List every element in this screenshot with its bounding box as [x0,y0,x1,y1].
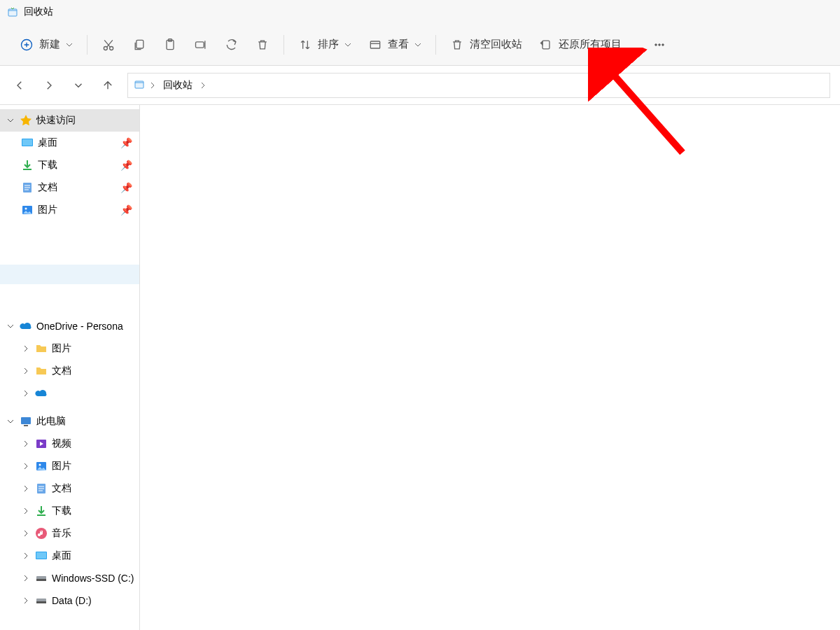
svg-rect-8 [370,41,379,48]
sidebar-item-onedrive-pictures[interactable]: 图片 [0,337,139,360]
svg-rect-27 [36,552,46,559]
recycle-bin-icon [7,6,18,18]
back-button[interactable] [10,76,29,95]
sidebar-item-drive-c[interactable]: Windows-SSD (C:) [0,567,139,589]
sidebar-item-videos[interactable]: 视频 [0,433,139,455]
sidebar-item-quick-access[interactable]: 快速访问 [0,109,139,132]
chevron-down-icon [414,38,421,50]
sidebar: 快速访问 桌面 📌 下载 📌 文档 📌 图片 📌 OneDrive - Pe [0,105,140,630]
svg-rect-31 [36,601,46,603]
sidebar-item-blank[interactable] [0,265,139,284]
forward-button[interactable] [39,76,59,95]
sidebar-label: 快速访问 [36,114,76,127]
view-button[interactable]: 查看 [360,31,430,59]
sidebar-label: 文档 [52,365,71,377]
paste-button[interactable] [155,31,186,59]
breadcrumb-label: 回收站 [163,79,192,92]
chevron-down-icon [6,117,15,124]
restore-all-button[interactable]: 还原所有项目 [531,31,630,59]
sidebar-item-documents[interactable]: 文档 📌 [0,176,139,199]
desktop-icon [21,136,34,149]
sidebar-item-desktop[interactable]: 桌面 📌 [0,132,139,154]
chevron-right-icon [21,575,31,582]
sidebar-item-pc-documents[interactable]: 文档 [0,477,139,500]
history-dropdown-button[interactable] [69,76,88,95]
sidebar-label: 图片 [38,204,57,216]
sidebar-label: OneDrive - Persona [36,321,123,332]
sidebar-label: 下载 [38,159,57,172]
sidebar-label: 视频 [52,438,71,450]
cut-button[interactable] [93,31,124,59]
chevron-right-icon [200,80,206,91]
rename-button[interactable] [186,31,216,59]
chevron-down-icon [6,418,15,425]
svg-rect-29 [36,579,46,581]
pin-icon: 📌 [120,137,132,148]
folder-icon [35,365,48,377]
chevron-right-icon [21,345,31,352]
monitor-icon [20,415,32,428]
chevron-right-icon [21,440,31,447]
sidebar-item-pc-desktop[interactable]: 桌面 [0,545,139,567]
sidebar-label: 桌面 [52,550,71,562]
svg-point-18 [25,208,27,210]
sidebar-item-drive-d[interactable]: Data (D:) [0,589,139,612]
titlebar: 回收站 [0,0,840,24]
chevron-right-icon [21,390,31,397]
sidebar-label: 文档 [38,181,57,194]
content-area[interactable] [140,105,840,630]
up-button[interactable] [98,76,118,95]
star-icon [20,114,32,127]
sidebar-item-music[interactable]: 音乐 [0,522,139,545]
video-icon [35,438,48,450]
empty-recycle-bin-button[interactable]: 清空回收站 [442,31,531,59]
sidebar-label: 此电脑 [36,415,66,428]
sidebar-item-downloads[interactable]: 下载 📌 [0,154,139,176]
sidebar-item-pc-downloads[interactable]: 下载 [0,500,139,522]
separator [435,35,436,55]
sidebar-item-onedrive[interactable]: OneDrive - Persona [0,315,139,337]
breadcrumb[interactable]: 回收站 [127,73,830,98]
more-button[interactable] [644,31,675,59]
empty-recycle-bin-label: 清空回收站 [470,38,522,51]
sidebar-label: Windows-SSD (C:) [52,573,134,584]
folder-icon [35,342,48,355]
chevron-right-icon [21,530,31,537]
svg-rect-15 [22,139,32,146]
new-button[interactable]: 新建 [11,31,81,59]
new-button-label: 新建 [39,38,60,51]
sidebar-item-pc-pictures[interactable]: 图片 [0,455,139,477]
svg-rect-4 [136,40,144,48]
copy-button[interactable] [124,31,155,59]
chevron-right-icon [21,463,31,470]
nav-row: 回收站 [0,66,840,105]
pin-icon: 📌 [120,160,132,171]
toolbar: 新建 排序 查看 清空回收站 还原所有项目 [0,24,840,66]
recycle-bin-icon [134,78,145,92]
chevron-right-icon [21,485,31,492]
svg-rect-19 [21,417,31,424]
sort-button-label: 排序 [318,38,339,51]
svg-point-12 [662,43,664,46]
sidebar-item-pictures[interactable]: 图片 📌 [0,199,139,221]
chevron-right-icon [21,368,31,374]
pin-icon: 📌 [120,182,132,193]
sidebar-item-this-pc[interactable]: 此电脑 [0,410,139,433]
pictures-icon [21,204,34,216]
sidebar-label: Data (D:) [52,595,92,606]
breadcrumb-item[interactable]: 回收站 [160,78,195,93]
sidebar-item-cloud[interactable] [0,382,139,405]
share-button[interactable] [216,31,247,59]
music-icon [35,527,48,540]
sort-button[interactable]: 排序 [290,31,360,59]
chevron-right-icon [149,80,156,91]
desktop-icon [35,550,48,562]
separator [87,35,88,55]
svg-rect-9 [542,41,550,49]
delete-button[interactable] [247,31,278,59]
sidebar-label: 桌面 [38,136,57,149]
cloud-icon [20,320,32,332]
drive-icon [35,594,48,607]
sidebar-item-onedrive-documents[interactable]: 文档 [0,360,139,382]
svg-rect-7 [196,41,204,47]
